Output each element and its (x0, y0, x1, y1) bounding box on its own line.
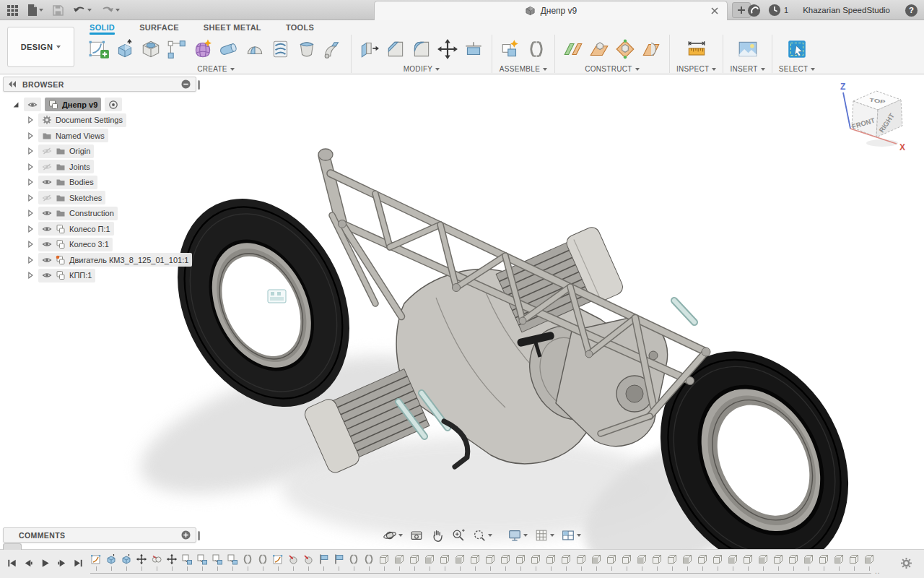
timeline-feature-body[interactable] (545, 553, 557, 571)
timeline-feature-body[interactable] (439, 553, 450, 571)
ribbon-tab-sheet-metal[interactable]: SHEET METAL (202, 22, 263, 35)
browser-item[interactable]: Construction (38, 207, 118, 220)
timeline-feature-joint[interactable] (363, 553, 375, 571)
browser-item[interactable]: Sketches (38, 191, 105, 204)
timeline-feature-body-shaded[interactable] (757, 553, 769, 571)
ribbon-tab-surface[interactable]: SURFACE (138, 22, 180, 35)
timeline-feature-body-shaded[interactable] (681, 553, 693, 571)
browser-row-8[interactable]: Колесо П:1 (3, 221, 196, 237)
timeline-feature-body[interactable] (409, 553, 420, 571)
align-button[interactable] (462, 37, 485, 61)
comments-header[interactable]: COMMENTS (3, 527, 196, 543)
save-button[interactable] (53, 5, 64, 16)
timeline-feature-component[interactable] (181, 553, 193, 571)
timeline-feature-body[interactable] (848, 553, 860, 571)
expander-closed-icon[interactable] (26, 116, 35, 124)
add-comment-icon[interactable] (181, 530, 191, 540)
group-label-create[interactable]: CREATE (197, 65, 235, 73)
group-label-inspect[interactable]: INSPECT (676, 65, 716, 73)
timeline-feature-body-shaded[interactable] (636, 553, 648, 571)
timeline-feature-joint[interactable] (242, 553, 253, 571)
timeline-feature-body[interactable] (530, 553, 541, 571)
redo-button[interactable] (101, 5, 120, 15)
plane-tangent-button[interactable] (640, 37, 663, 61)
hole-button[interactable] (139, 37, 162, 61)
expander-closed-icon[interactable] (26, 147, 35, 155)
browser-row-root[interactable]: Днепр v9 (3, 97, 196, 113)
timeline-step-forward-button[interactable] (55, 556, 68, 569)
nav-fit-button[interactable] (470, 527, 494, 544)
eye-off-icon[interactable] (42, 162, 52, 172)
eye-on-icon[interactable] (42, 239, 52, 249)
browser-options-icon[interactable] (181, 79, 191, 89)
ribbon-tab-tools[interactable]: TOOLS (284, 22, 315, 35)
timeline-feature-body[interactable] (818, 553, 829, 571)
nav-zoom-button[interactable] (449, 527, 468, 544)
timeline-feature-body[interactable] (606, 553, 617, 571)
browser-row-10[interactable]: Двигатель КМ3_8_125_01_101:1 (3, 252, 196, 268)
group-label-insert[interactable]: INSERT (730, 65, 764, 73)
loft-button[interactable] (295, 37, 318, 61)
nav-viewports-button[interactable] (559, 527, 583, 544)
group-label-construct[interactable]: CONSTRUCT (585, 65, 639, 73)
press-pull-button[interactable] (358, 37, 381, 61)
browser-item[interactable]: Origin (38, 144, 94, 158)
timeline-feature-body[interactable] (575, 553, 587, 571)
timeline-feature-pin[interactable] (302, 553, 314, 571)
browser-header[interactable]: BROWSER (3, 77, 196, 92)
expander-closed-icon[interactable] (26, 131, 35, 140)
browser-row-3[interactable]: Origin (3, 144, 196, 160)
eye-off-icon[interactable] (42, 146, 52, 156)
expander-closed-icon[interactable] (26, 225, 35, 233)
timeline-feature-body[interactable] (621, 553, 632, 571)
timeline-feature-component[interactable] (227, 553, 238, 571)
timeline-feature-joint[interactable] (257, 553, 269, 571)
ribbon-tab-solid[interactable]: SOLID (88, 22, 116, 35)
panel-resize-handle[interactable] (198, 531, 200, 540)
eye-on-icon[interactable] (42, 224, 52, 234)
browser-item[interactable]: Bodies (38, 176, 97, 189)
browser-row-11[interactable]: КПП:1 (3, 268, 196, 284)
timeline-feature-body[interactable] (697, 553, 708, 571)
browser-row-9[interactable]: Колесо 3:1 (3, 237, 196, 253)
job-status-icon[interactable] (768, 4, 781, 17)
timeline-feature-body-shaded[interactable] (454, 553, 466, 571)
timeline-feature-body[interactable] (666, 553, 678, 571)
revolve-button[interactable] (243, 37, 266, 61)
group-label-assemble[interactable]: ASSEMBLE (500, 65, 547, 73)
timeline-skip-end-button[interactable] (71, 556, 84, 569)
group-label-select[interactable]: SELECT (779, 65, 816, 73)
timeline-feature-pattern[interactable] (151, 553, 162, 571)
close-tab-icon[interactable] (710, 6, 720, 16)
timeline-feature-body-shaded[interactable] (590, 553, 602, 571)
create-sketch-button[interactable] (87, 37, 110, 61)
app-grid-icon[interactable] (7, 5, 18, 16)
timeline-feature-body[interactable] (500, 553, 511, 571)
expander-closed-icon[interactable] (26, 194, 35, 202)
nav-pan-button[interactable] (428, 527, 447, 544)
timeline-feature-body[interactable] (712, 553, 723, 571)
eye-off-icon[interactable] (42, 193, 52, 203)
timeline-feature-extrude[interactable] (121, 553, 132, 571)
timeline-feature-body-shaded[interactable] (833, 553, 845, 571)
plane-angle-button[interactable] (614, 37, 637, 61)
collapse-panel-icon[interactable] (9, 81, 17, 87)
file-menu-button[interactable] (27, 4, 43, 16)
joint-button[interactable] (525, 37, 548, 61)
timeline-feature-body-shaded[interactable] (803, 553, 814, 571)
browser-item[interactable]: Колесо П:1 (38, 222, 114, 236)
timeline-settings-icon[interactable] (900, 557, 912, 569)
browser-item[interactable]: Колесо 3:1 (38, 238, 113, 251)
timeline-collapse-tab[interactable] (3, 543, 22, 550)
browser-item[interactable]: Named Views (38, 129, 108, 142)
browser-row-4[interactable]: Joints (3, 159, 196, 175)
nav-display-button[interactable] (505, 527, 530, 544)
expander-closed-icon[interactable] (26, 209, 35, 217)
viewcube[interactable]: TOP FRONT RIGHT Z X (836, 77, 912, 155)
chamfer-button[interactable] (384, 37, 407, 61)
browser-row-1[interactable]: Document Settings (3, 113, 196, 129)
timeline-skip-start-button[interactable] (5, 556, 18, 569)
activate-component-radio[interactable] (105, 98, 122, 111)
eye-on-icon[interactable] (42, 255, 52, 265)
browser-item[interactable]: Document Settings (38, 113, 126, 127)
